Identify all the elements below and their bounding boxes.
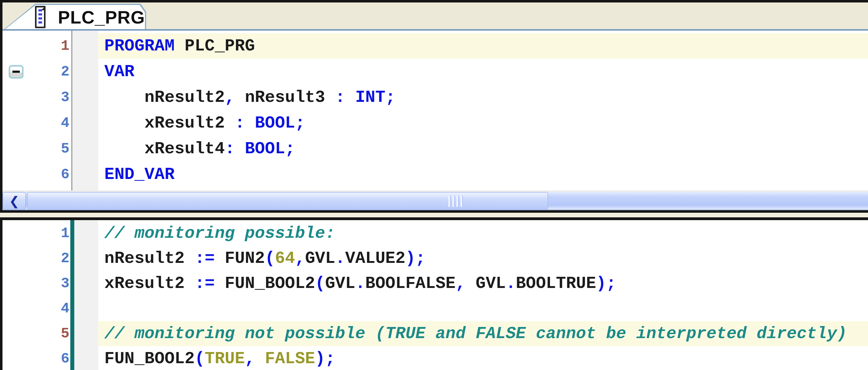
code-token-punct: ) [405, 249, 415, 268]
fold-margin [2, 346, 31, 370]
editor-row: 5// monitoring not possible (TRUE and FA… [2, 321, 868, 346]
code-token-plain: PLC_PRG [175, 36, 255, 55]
code-token-punct: ( [315, 274, 325, 293]
code-token-plain: nResult2 [104, 249, 195, 268]
code-token-punct: ; [385, 88, 395, 107]
code-token-plain: GVL [305, 249, 335, 268]
plc-editor-window: PLC_PRG 1PROGRAM PLC_PRG2VAR3 nResult2, … [0, 0, 868, 370]
tab-plc-prg-surface[interactable]: PLC_PRG [5, 5, 145, 29]
document-icon-lines [38, 9, 42, 24]
scrollbar-grip-icon[interactable] [448, 196, 465, 207]
code-token-punct: ) [315, 349, 325, 368]
code-token-plain: BOOLFALSE [365, 274, 456, 293]
code-token-comment: // monitoring not possible (TRUE and FAL… [104, 324, 847, 343]
fold-margin [2, 136, 31, 162]
code-token-plain: VALUE2 [345, 249, 405, 268]
code-token-punct: . [506, 274, 516, 293]
window-border-top [0, 0, 868, 2]
code-token-punct: , [245, 349, 265, 368]
code-token-plain: GVL [476, 274, 506, 293]
code-token-punct: ) [596, 274, 606, 293]
code-token-literal: 64 [275, 249, 295, 268]
tab-plc-prg[interactable]: PLC_PRG [4, 4, 146, 29]
code-token-literal: FALSE [265, 349, 315, 368]
code-token-punct: . [335, 249, 345, 268]
code-token-plain: BOOLTRUE [516, 274, 596, 293]
editor-row: 1PROGRAM PLC_PRG [2, 33, 868, 59]
code-token-punct: ( [195, 349, 205, 368]
fold-margin [2, 85, 31, 110]
code-token-punct: : [235, 114, 245, 132]
window-border-left [0, 0, 2, 370]
editor-row: 1// monitoring possible: [2, 221, 868, 246]
code-token-comment: // monitoring possible: [104, 224, 335, 243]
line-number: 4 [31, 110, 71, 136]
editor-row: 3 nResult2, nResult3 : INT; [2, 85, 868, 110]
code-line[interactable]: xResult2 : BOOL; [98, 110, 868, 136]
fold-margin [2, 59, 31, 85]
line-number: 5 [31, 136, 71, 162]
line-number: 1 [31, 33, 71, 59]
fold-margin [2, 246, 31, 271]
code-token-plain: xResult2 [104, 114, 235, 132]
code-token-plain: GVL [325, 274, 355, 293]
code-line[interactable]: nResult2 := FUN2(64,GVL.VALUE2); [98, 246, 868, 271]
document-icon [35, 6, 45, 28]
fold-margin [2, 221, 31, 246]
tab-bar: PLC_PRG [2, 2, 868, 31]
splitter-handle[interactable] [0, 210, 868, 220]
line-number: 5 [31, 321, 71, 346]
code-line[interactable]: // monitoring possible: [98, 221, 868, 246]
chevron-left-icon: ❮ [9, 195, 20, 207]
code-token-plain: nResult2 [104, 88, 225, 107]
code-line[interactable]: END_VAR [98, 162, 868, 187]
collapse-toggle-icon[interactable] [9, 65, 24, 79]
code-line[interactable]: xResult4: BOOL; [98, 136, 868, 162]
tab-label: PLC_PRG [58, 7, 145, 28]
editor-row: 6FUN_BOOL2(TRUE, FALSE); [2, 346, 868, 370]
line-number: 4 [31, 296, 71, 321]
code-token-punct: . [355, 274, 365, 293]
scroll-left-button[interactable]: ❮ [2, 192, 26, 210]
declaration-editor[interactable]: 1PROGRAM PLC_PRG2VAR3 nResult2, nResult3… [2, 31, 868, 190]
fold-margin [2, 321, 31, 346]
code-token-plain: xResult2 [104, 274, 195, 293]
editor-row: 2VAR [2, 59, 868, 85]
fold-margin [2, 271, 31, 296]
code-token-punct: ; [415, 249, 426, 268]
code-token-punct: := [195, 274, 215, 293]
document-icon-fold [41, 6, 45, 10]
code-line[interactable]: nResult2, nResult3 : INT; [98, 85, 868, 110]
editor-row: 4 xResult2 : BOOL; [2, 110, 868, 136]
editor-row: 5 xResult4: BOOL; [2, 136, 868, 162]
code-line[interactable]: PROGRAM PLC_PRG [98, 33, 868, 59]
line-number: 6 [31, 162, 71, 187]
code-token-keyword: END_VAR [104, 165, 175, 184]
code-line[interactable]: xResult2 := FUN_BOOL2(GVL.BOOLFALSE, GVL… [98, 271, 868, 296]
code-token-punct: ; [285, 139, 295, 158]
code-token-punct: , [225, 88, 235, 107]
code-line[interactable]: // monitoring not possible (TRUE and FAL… [98, 321, 868, 346]
code-token-punct: ; [606, 274, 616, 293]
code-token-punct: := [195, 249, 215, 268]
code-token-plain: nResult3 [235, 88, 335, 107]
scrollbar-thumb[interactable] [27, 192, 548, 210]
line-number: 1 [31, 221, 71, 246]
code-line[interactable]: FUN_BOOL2(TRUE, FALSE); [98, 346, 868, 370]
code-token-keyword: BOOL [235, 139, 285, 158]
code-token-keyword: INT [345, 88, 385, 107]
implementation-editor[interactable]: 1// monitoring possible:2nResult2 := FUN… [2, 220, 868, 370]
fold-margin [2, 296, 31, 321]
minus-glyph [12, 70, 20, 73]
code-line[interactable] [98, 296, 868, 321]
code-line[interactable]: VAR [98, 59, 868, 85]
line-number: 3 [31, 271, 71, 296]
code-token-punct: , [456, 274, 476, 293]
horizontal-scrollbar[interactable]: ❮ [2, 190, 868, 210]
code-token-keyword: VAR [104, 62, 134, 81]
code-token-plain: FUN_BOOL2 [104, 349, 195, 368]
code-token-punct: ; [325, 349, 335, 368]
line-number: 2 [31, 246, 71, 271]
editor-row: 2nResult2 := FUN2(64,GVL.VALUE2); [2, 246, 868, 271]
code-token-plain: FUN_BOOL2 [215, 274, 315, 293]
